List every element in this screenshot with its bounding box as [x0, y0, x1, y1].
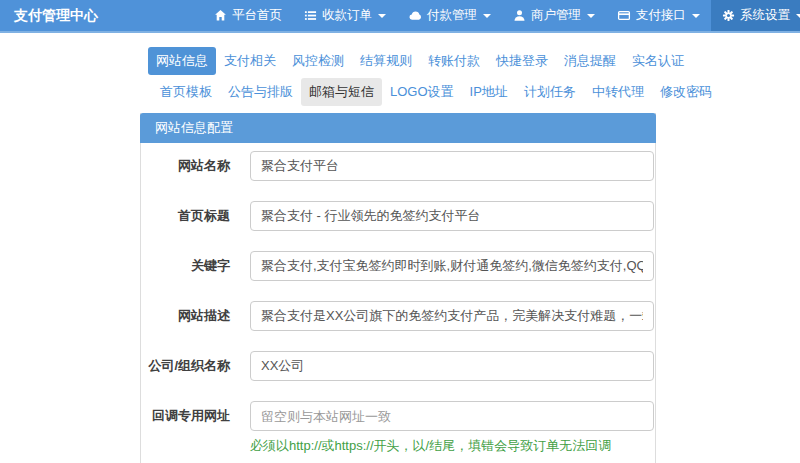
home-title-label: 首页标题 — [141, 201, 230, 231]
tab-real-name-auth[interactable]: 实名认证 — [624, 47, 692, 75]
tab-home-template[interactable]: 首页模板 — [152, 78, 220, 106]
keywords-label: 关键字 — [141, 251, 230, 281]
site-description-input[interactable] — [250, 301, 654, 331]
tab-relay-proxy[interactable]: 中转代理 — [584, 78, 652, 106]
website-info-panel: 网站信息配置 网站名称 首页标题 关键字 网站描述 — [140, 113, 656, 463]
panel-title: 网站信息配置 — [140, 113, 656, 143]
company-name-label: 公司/组织名称 — [141, 351, 230, 381]
tab-logo-settings[interactable]: LOGO设置 — [382, 78, 462, 106]
list-icon — [304, 9, 317, 22]
tab-change-password[interactable]: 修改密码 — [652, 78, 720, 106]
cloud-icon — [408, 9, 422, 22]
tabs-row-2: 首页模板 公告与排版 邮箱与短信 LOGO设置 IP地址 计划任务 中转代理 修… — [152, 78, 800, 106]
tab-ip-address[interactable]: IP地址 — [462, 78, 516, 106]
nav-item-pay-management[interactable]: 付款管理 — [397, 0, 502, 31]
tab-message-notify[interactable]: 消息提醒 — [556, 47, 624, 75]
form-row-keywords: 关键字 — [141, 251, 655, 281]
tab-transfer-payment[interactable]: 转账付款 — [420, 47, 488, 75]
chevron-down-icon — [692, 14, 700, 18]
form-row-site-description: 网站描述 — [141, 301, 655, 331]
chevron-down-icon — [483, 14, 491, 18]
tab-email-sms[interactable]: 邮箱与短信 — [301, 78, 382, 106]
site-name-label: 网站名称 — [141, 151, 230, 181]
chevron-down-icon — [378, 14, 386, 18]
tab-website-info[interactable]: 网站信息 — [148, 47, 216, 75]
gear-icon — [722, 9, 735, 22]
callback-url-input[interactable] — [250, 401, 654, 431]
tab-risk-control[interactable]: 风控检测 — [284, 47, 352, 75]
form-row-home-title: 首页标题 — [141, 201, 655, 231]
company-name-input[interactable] — [250, 351, 654, 381]
nav-item-receive-orders[interactable]: 收款订单 — [293, 0, 397, 31]
callback-url-hint: 必须以http://或https://开头，以/结尾，填错会导致订单无法回调 — [250, 437, 654, 455]
nav-item-merchant-management[interactable]: 商户管理 — [502, 0, 606, 31]
form-row-site-name: 网站名称 — [141, 151, 655, 181]
home-icon — [214, 9, 227, 22]
nav-item-system-settings[interactable]: 系统设置 — [711, 0, 800, 31]
credit-card-icon — [617, 9, 631, 22]
site-name-input[interactable] — [250, 151, 654, 181]
website-info-form: 网站名称 首页标题 关键字 网站描述 公司/组织名称 — [141, 143, 655, 463]
chevron-down-icon — [587, 14, 595, 18]
home-title-input[interactable] — [250, 201, 654, 231]
tab-settlement-rules[interactable]: 结算规则 — [352, 47, 420, 75]
site-description-label: 网站描述 — [141, 301, 230, 331]
form-row-company-name: 公司/组织名称 — [141, 351, 655, 381]
nav-item-home[interactable]: 平台首页 — [203, 0, 293, 31]
tab-scheduled-tasks[interactable]: 计划任务 — [516, 78, 584, 106]
top-navbar: 支付管理中心 平台首页 收款订单 付款管理 商户管理 支付接口 系统设 — [0, 0, 800, 33]
tab-quick-login[interactable]: 快捷登录 — [488, 47, 556, 75]
tabs-row-1: 网站信息 支付相关 风控检测 结算规则 转账付款 快捷登录 消息提醒 实名认证 — [148, 47, 800, 75]
nav-item-payment-interface[interactable]: 支付接口 — [606, 0, 711, 31]
nav-menu: 平台首页 收款订单 付款管理 商户管理 支付接口 系统设置 — [203, 0, 800, 31]
chevron-down-icon — [796, 14, 800, 18]
app-title: 支付管理中心 — [0, 0, 112, 31]
tab-announcement-layout[interactable]: 公告与排版 — [220, 78, 301, 106]
form-row-callback-url: 回调专用网址 必须以http://或https://开头，以/结尾，填错会导致订… — [141, 401, 655, 455]
tab-payment-related[interactable]: 支付相关 — [216, 47, 284, 75]
user-icon — [513, 9, 526, 22]
keywords-input[interactable] — [250, 251, 654, 281]
callback-url-label: 回调专用网址 — [141, 401, 230, 431]
settings-tabs: 网站信息 支付相关 风控检测 结算规则 转账付款 快捷登录 消息提醒 实名认证 … — [148, 47, 800, 106]
